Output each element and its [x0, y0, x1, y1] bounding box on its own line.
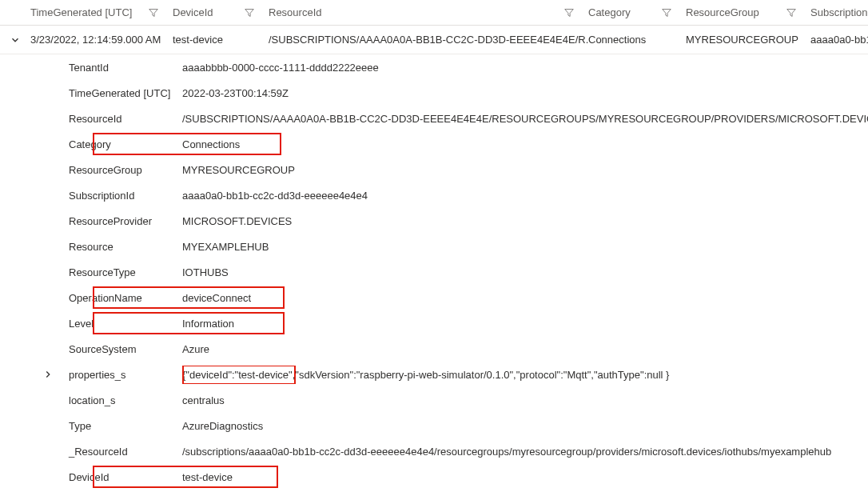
cell-group: MYRESOURCEGROUP	[686, 34, 810, 46]
filter-icon[interactable]	[786, 8, 796, 18]
detail-timegenerated: TimeGenerated [UTC] 2022-03-23T00:14:59Z	[30, 80, 868, 106]
detail-value: AzureDiagnostics	[179, 418, 868, 434]
column-header-row: TimeGenerated [UTC] DeviceId ResourceId …	[0, 0, 868, 26]
detail-value: {"deviceId":"test-device","sdkVersion":"…	[179, 366, 868, 384]
detail-resourceid: ResourceId /SUBSCRIPTIONS/AAAA0A0A-BB1B-…	[30, 106, 868, 131]
filter-icon[interactable]	[149, 8, 158, 18]
detail-value: /SUBSCRIPTIONS/AAAA0A0A-BB1B-CC2C-DD3D-E…	[179, 111, 868, 126]
detail-resourcegroup: ResourceGroup MYRESOURCEGROUP	[30, 157, 868, 182]
detail-type: Type AzureDiagnostics	[30, 413, 868, 438]
detail-value: test-device	[179, 470, 868, 485]
detail-value: deviceConnect	[179, 290, 868, 306]
column-label: ResourceId	[269, 6, 321, 18]
detail-key: DeviceId	[66, 470, 179, 485]
column-label: ResourceGroup	[686, 6, 759, 18]
detail-sourcesystem: SourceSystem Azure	[30, 336, 868, 362]
detail-level: Level Information	[30, 310, 868, 336]
properties-expander[interactable]	[30, 369, 66, 380]
detail-subscriptionid: SubscriptionId aaaa0a0-bb1b-cc2c-dd3d-ee…	[30, 182, 868, 208]
detail-key: Level	[66, 316, 179, 331]
detail-value: MYRESOURCEGROUP	[179, 162, 868, 178]
detail-value: centralus	[179, 393, 868, 408]
filter-icon[interactable]	[662, 8, 671, 18]
detail-key: ResourceId	[66, 111, 179, 126]
detail-key: _ResourceId	[66, 444, 179, 459]
detail-value: Azure	[179, 342, 868, 357]
detail-category: Category Connections	[30, 131, 868, 157]
detail-key: ResourceType	[66, 265, 179, 280]
column-header-time[interactable]: TimeGenerated [UTC]	[30, 6, 173, 18]
detail-value: aaaa0a0-bb1b-cc2c-dd3d-eeeeee4e4e4	[179, 188, 868, 203]
row-expander[interactable]	[0, 34, 30, 46]
column-header-subscription[interactable]: SubscriptionI	[810, 6, 868, 18]
filter-icon[interactable]	[564, 8, 574, 18]
detail-value: aaaabbbb-0000-cccc-1111-dddd2222eeee	[179, 60, 868, 75]
detail-operationname: OperationName deviceConnect	[30, 285, 868, 310]
detail-key: Type	[66, 418, 179, 434]
cell-time: 3/23/2022, 12:14:59.000 AM	[30, 34, 173, 46]
detail-key: properties_s	[66, 367, 179, 382]
detail-key: OperationName	[66, 290, 179, 306]
column-header-device[interactable]: DeviceId	[173, 6, 269, 18]
detail-properties: properties_s {"deviceId":"test-device","…	[30, 362, 868, 387]
detail-underscoreresourceid: _ResourceId /subscriptions/aaaa0a0-bb1b-…	[30, 438, 868, 464]
cell-device: test-device	[173, 34, 269, 46]
column-label: TimeGenerated [UTC]	[30, 6, 132, 18]
column-header-group[interactable]: ResourceGroup	[686, 6, 810, 18]
detail-value: MYEXAMPLEHUB	[179, 239, 868, 254]
detail-key: SourceSystem	[66, 342, 179, 357]
properties-post: ,"sdkVersion":"raspberry-pi-web-simulato…	[293, 369, 670, 381]
detail-resource: Resource MYEXAMPLEHUB	[30, 234, 868, 259]
cell-subscription: aaaa0a0-bb1	[810, 34, 868, 46]
detail-resourceprovider: ResourceProvider MICROSOFT.DEVICES	[30, 208, 868, 234]
column-header-resource[interactable]: ResourceId	[269, 6, 588, 18]
detail-value: /subscriptions/aaaa0a0-bb1b-cc2c-dd3d-ee…	[179, 444, 868, 459]
detail-resourcetype: ResourceType IOTHUBS	[30, 259, 868, 285]
log-row[interactable]: 3/23/2022, 12:14:59.000 AM test-device /…	[0, 26, 868, 54]
detail-tenantid: TenantId aaaabbbb-0000-cccc-1111-dddd222…	[30, 54, 868, 80]
row-details: TenantId aaaabbbb-0000-cccc-1111-dddd222…	[0, 54, 868, 490]
detail-key: TenantId	[66, 60, 179, 75]
detail-key: TimeGenerated [UTC]	[66, 86, 179, 101]
detail-key: SubscriptionId	[66, 188, 179, 203]
detail-key: Category	[66, 137, 179, 152]
cell-resource: /SUBSCRIPTIONS/AAAA0A0A-BB1B-CC2C-DD3D-E…	[269, 34, 588, 46]
filter-icon[interactable]	[245, 8, 254, 18]
column-label: DeviceId	[173, 6, 213, 18]
detail-key: Resource	[66, 239, 179, 254]
detail-value: IOTHUBS	[179, 265, 868, 280]
detail-deviceid: DeviceId test-device	[30, 464, 868, 490]
detail-location: location_s centralus	[30, 387, 868, 413]
column-header-category[interactable]: Category	[588, 6, 686, 18]
detail-key: location_s	[66, 393, 179, 408]
detail-value: Connections	[179, 137, 868, 152]
properties-highlight: "deviceId":"test-device"	[182, 366, 295, 384]
detail-key: ResourceProvider	[66, 214, 179, 229]
detail-value: 2022-03-23T00:14:59Z	[179, 86, 868, 101]
detail-key: ResourceGroup	[66, 162, 179, 178]
detail-value: MICROSOFT.DEVICES	[179, 214, 868, 229]
cell-category: Connections	[588, 34, 686, 46]
detail-value: Information	[179, 316, 868, 331]
column-label: SubscriptionI	[810, 6, 868, 18]
column-label: Category	[588, 6, 631, 18]
